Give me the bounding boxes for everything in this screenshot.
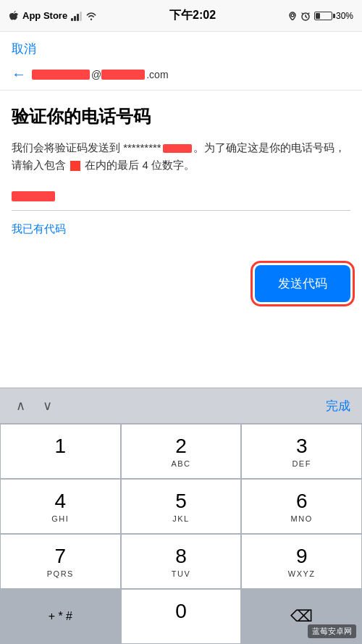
nav-bar: 取消: [0, 32, 362, 63]
keyboard-toolbar: ∧ ∨ 完成: [0, 388, 362, 424]
key-2-sub: ABC: [171, 459, 190, 468]
wifi-icon: [85, 12, 97, 20]
email-tld: .com: [146, 69, 168, 80]
keyboard-area: ∧ ∨ 完成 1 2 ABC 3 DEF 4 GHI 5 JKL 6: [0, 388, 362, 644]
send-btn-container: 发送代码: [12, 265, 350, 302]
key-2-main: 2: [175, 435, 187, 458]
status-time: 下午2:02: [169, 8, 216, 23]
key-5[interactable]: 5 JKL: [121, 479, 242, 534]
key-2[interactable]: 2 ABC: [121, 424, 242, 479]
key-6-sub: MNO: [291, 514, 313, 523]
status-right: 30%: [288, 11, 353, 21]
cancel-button[interactable]: 取消: [12, 41, 36, 57]
description-text: 我们会将验证码发送到 *********。为了确定这是你的电话号码，请输入包含 …: [12, 139, 350, 174]
key-7-main: 7: [55, 545, 67, 568]
input-container: [12, 191, 350, 211]
form-area: 验证你的电话号码 我们会将验证码发送到 *********。为了确定这是你的电话…: [0, 91, 362, 317]
page-title: 验证你的电话号码: [12, 105, 350, 127]
send-code-button[interactable]: 发送代码: [255, 265, 350, 302]
key-7[interactable]: 7 PQRS: [0, 534, 121, 589]
signal-bars: [71, 11, 82, 21]
main-content: 取消 ← @ .com 验证你的电话号码 我们会将验证码发送到 ********…: [0, 32, 362, 394]
back-arrow[interactable]: ←: [12, 66, 26, 83]
key-3[interactable]: 3 DEF: [241, 424, 362, 479]
alarm-icon: [300, 11, 311, 21]
have-code-link[interactable]: 我已有代码: [12, 222, 66, 236]
location-icon: [288, 12, 297, 20]
input-value-redacted: [12, 191, 55, 201]
battery-percent: 30%: [336, 11, 353, 21]
key-symbols[interactable]: + * #: [0, 589, 121, 644]
apple-icon: [9, 11, 19, 21]
key-0-main: 0: [175, 600, 187, 623]
delete-icon: ⌫: [290, 607, 313, 626]
key-4-sub: GHI: [51, 514, 69, 523]
numpad: 1 2 ABC 3 DEF 4 GHI 5 JKL 6 MNO 7 PQRS: [0, 424, 362, 644]
watermark: 蓝莓安卓网: [308, 624, 356, 638]
key-5-sub: JKL: [172, 514, 189, 523]
done-button[interactable]: 完成: [326, 398, 350, 414]
key-8-sub: TUV: [172, 569, 191, 578]
prev-field-button[interactable]: ∧: [12, 395, 30, 417]
key-4-main: 4: [55, 490, 67, 513]
key-0[interactable]: 0: [121, 589, 242, 644]
email-redacted: [32, 70, 90, 80]
key-9[interactable]: 9 WXYZ: [241, 534, 362, 589]
key-1-main: 1: [55, 435, 67, 458]
email-domain-redacted: [101, 70, 145, 80]
next-field-button[interactable]: ∨: [38, 395, 56, 417]
key-8-main: 8: [175, 545, 187, 568]
svg-point-0: [291, 14, 294, 17]
key-6[interactable]: 6 MNO: [241, 479, 362, 534]
battery-icon: [314, 12, 332, 20]
status-left: App Store: [9, 10, 97, 21]
key-6-main: 6: [296, 490, 308, 513]
toolbar-arrows: ∧ ∨: [12, 395, 56, 417]
key-0-sub: [180, 624, 183, 633]
key-5-main: 5: [175, 490, 187, 513]
key-9-sub: WXYZ: [288, 569, 316, 578]
key-3-main: 3: [296, 435, 308, 458]
status-bar: App Store 下午2:02 30%: [0, 0, 362, 32]
key-3-sub: DEF: [292, 459, 311, 468]
key-7-sub: PQRS: [47, 569, 74, 578]
key-4[interactable]: 4 GHI: [0, 479, 121, 534]
key-8[interactable]: 8 TUV: [121, 534, 242, 589]
key-1[interactable]: 1: [0, 424, 121, 479]
key-1-sub: [59, 459, 62, 468]
email-domain: @: [91, 69, 101, 80]
app-store-label: App Store: [22, 10, 67, 21]
key-symbols-main: + * #: [49, 610, 72, 623]
email-row: ← @ .com: [0, 63, 362, 91]
key-9-main: 9: [296, 545, 308, 568]
